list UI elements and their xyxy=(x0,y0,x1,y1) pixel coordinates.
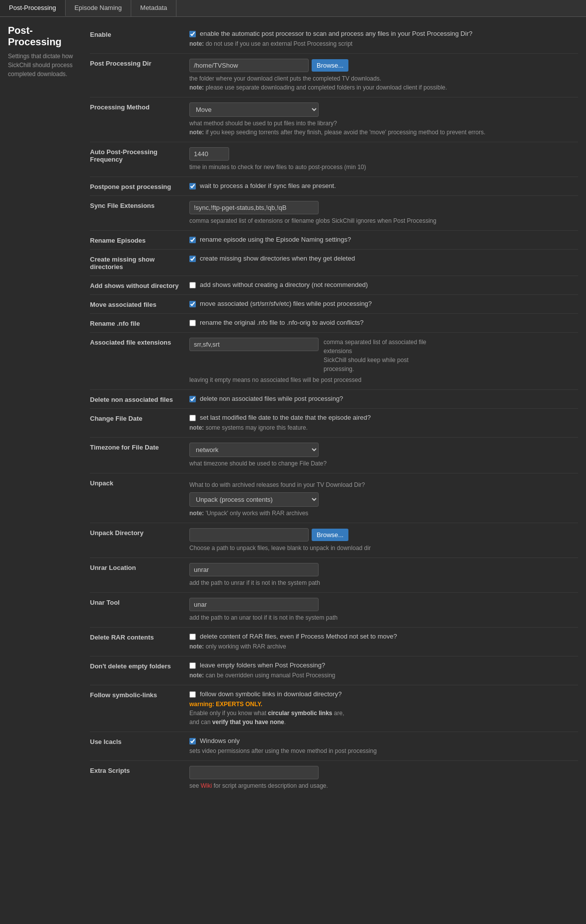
enable-note-text: do not use if you use an external Post P… xyxy=(206,40,353,47)
field-rename-episodes: rename episode using the Episode Naming … xyxy=(189,236,578,243)
checkbox-dont-delete-empty-row: leave empty folders when Post Processing… xyxy=(189,661,578,669)
row-change-file-date: Change File Date set last modified file … xyxy=(90,409,578,438)
change-file-date-checkbox[interactable] xyxy=(189,415,196,421)
processing-method-desc: what method should be used to put files … xyxy=(189,119,578,137)
checkbox-delete-non-assoc-row: delete non associated files while post p… xyxy=(189,395,578,402)
unar-tool-input[interactable] xyxy=(189,598,319,611)
field-timezone: network local utc what timezone should b… xyxy=(189,443,578,468)
field-assoc-ext: comma separated list of associated file … xyxy=(189,338,578,384)
unpack-dir-desc: Choose a path to unpack files, leave bla… xyxy=(189,544,578,553)
processing-method-select[interactable]: Move Copy Hard Link Symbolic Link xyxy=(189,102,319,117)
unpack-note-text: 'Unpack' only works with RAR archives xyxy=(206,510,309,517)
checkbox-rename-episodes-row: rename episode using the Episode Naming … xyxy=(189,236,578,243)
label-add-shows-no-dir: Add shows without directory xyxy=(90,281,189,289)
sync-ext-input[interactable] xyxy=(189,201,319,214)
dont-delete-empty-checkbox[interactable] xyxy=(189,662,196,669)
row-extra-scripts: Extra Scripts see Wiki for script argume… xyxy=(90,761,578,795)
label-delete-non-assoc: Delete non associated files xyxy=(90,395,189,403)
unrar-location-desc: add the path to unrar if it is not in th… xyxy=(189,578,578,587)
rename-nfo-checkbox[interactable] xyxy=(189,320,196,326)
rename-episodes-checkbox[interactable] xyxy=(189,237,196,243)
field-sync-ext: comma separated list of extensions or fi… xyxy=(189,201,578,225)
use-icacls-checkbox[interactable] xyxy=(189,738,196,744)
follow-symlinks-label: follow down symbolic links in download d… xyxy=(200,690,341,698)
create-missing-dirs-checkbox[interactable] xyxy=(189,256,196,262)
checkbox-delete-rar-row: delete content of RAR files, even if Pro… xyxy=(189,633,578,640)
checkbox-postpone-row: wait to process a folder if sync files a… xyxy=(189,182,578,189)
delete-rar-label: delete content of RAR files, even if Pro… xyxy=(200,633,397,640)
row-unpack-dir: Unpack Directory Browse... Choose a path… xyxy=(90,523,578,558)
label-post-processing-dir: Post Processing Dir xyxy=(90,59,189,67)
checkbox-add-shows-no-dir-row: add shows without creating a directory (… xyxy=(189,281,578,288)
tab-episode-naming[interactable]: Episode Naming xyxy=(66,0,131,16)
dont-delete-empty-note: note: can be overridden using manual Pos… xyxy=(189,671,578,680)
post-processing-dir-note: please use separate downloading and comp… xyxy=(206,84,447,91)
field-unar-tool: add the path to an unar tool if it is no… xyxy=(189,598,578,622)
unpack-dir-input[interactable] xyxy=(189,528,309,542)
delete-rar-note-text: only working with RAR archive xyxy=(206,643,286,650)
label-timezone: Timezone for File Date xyxy=(90,443,189,451)
timezone-select[interactable]: network local utc xyxy=(189,443,319,457)
label-processing-method: Processing Method xyxy=(90,102,189,111)
post-processing-dir-input[interactable] xyxy=(189,59,309,72)
postpone-checkbox[interactable] xyxy=(189,183,196,189)
dont-delete-empty-label: leave empty folders when Post Processing… xyxy=(200,661,325,669)
tab-post-processing[interactable]: Post-Processing xyxy=(0,0,66,16)
row-timezone: Timezone for File Date network local utc… xyxy=(90,438,578,473)
label-sync-ext: Sync File Extensions xyxy=(90,201,189,209)
assoc-ext-input[interactable] xyxy=(189,338,319,351)
label-enable: Enable xyxy=(90,30,189,38)
page-content: Post-Processing Settings that dictate ho… xyxy=(0,17,586,803)
field-change-file-date: set last modified file date to the date … xyxy=(189,414,578,432)
tab-bar: Post-Processing Episode Naming Metadata xyxy=(0,0,586,17)
sidebar-description: Settings that dictate how SickChill shou… xyxy=(8,52,82,79)
change-file-date-label: set last modified file date to the date … xyxy=(200,414,371,421)
main-content: Enable enable the automatic post process… xyxy=(90,25,578,795)
label-rename-nfo: Rename .nfo file xyxy=(90,319,189,327)
extra-scripts-desc2: for script arguments description and usa… xyxy=(212,782,328,789)
field-move-assoc: move associated (srt/srr/sfv/etc) files … xyxy=(189,300,578,307)
assoc-ext-right-desc1: comma separated list of associated file … xyxy=(324,339,426,355)
field-enable: enable the automatic post processor to s… xyxy=(189,30,578,48)
delete-non-assoc-checkbox[interactable] xyxy=(189,396,196,402)
postpone-label: wait to process a folder if sync files a… xyxy=(200,182,336,189)
follow-symlinks-checkbox[interactable] xyxy=(189,691,196,698)
move-assoc-checkbox[interactable] xyxy=(189,301,196,307)
field-auto-freq: time in minutes to check for new files t… xyxy=(189,147,578,172)
label-change-file-date: Change File Date xyxy=(90,414,189,422)
follow-symlinks-warn-circular: circular symbolic links xyxy=(268,710,332,717)
label-postpone: Postpone post processing xyxy=(90,182,189,190)
row-auto-freq: Auto Post-Processing Frequency time in m… xyxy=(90,142,578,177)
unpack-dir-browse[interactable]: Browse... xyxy=(312,529,348,541)
field-unpack-dir: Browse... Choose a path to unpack files,… xyxy=(189,528,578,553)
delete-non-assoc-label: delete non associated files while post p… xyxy=(200,395,343,402)
auto-freq-input[interactable] xyxy=(189,147,229,161)
checkbox-use-icacls-row: Windows only xyxy=(189,737,578,744)
checkbox-enable-row: enable the automatic post processor to s… xyxy=(189,30,578,37)
dont-delete-empty-note-text: can be overridden using manual Post Proc… xyxy=(206,672,335,679)
page-title: Post-Processing xyxy=(8,25,82,48)
label-auto-freq: Auto Post-Processing Frequency xyxy=(90,147,189,163)
rename-nfo-label: rename the original .nfo file to .nfo-or… xyxy=(200,319,364,326)
enable-label: enable the automatic post processor to s… xyxy=(200,30,472,37)
label-extra-scripts: Extra Scripts xyxy=(90,766,189,774)
add-shows-no-dir-checkbox[interactable] xyxy=(189,282,196,288)
extra-scripts-input[interactable] xyxy=(189,766,319,779)
processing-method-note-prefix: note: xyxy=(189,129,204,136)
field-rename-nfo: rename the original .nfo file to .nfo-or… xyxy=(189,319,578,326)
row-unrar-location: Unrar Location add the path to unrar if … xyxy=(90,558,578,593)
sync-ext-desc: comma separated list of extensions or fi… xyxy=(189,216,578,225)
delete-rar-checkbox[interactable] xyxy=(189,634,196,640)
unrar-location-input[interactable] xyxy=(189,563,319,576)
delete-rar-note-prefix: note: xyxy=(189,643,204,650)
unar-tool-desc: add the path to an unar tool if it is no… xyxy=(189,613,578,622)
post-processing-dir-browse[interactable]: Browse... xyxy=(312,59,348,72)
field-extra-scripts: see Wiki for script arguments descriptio… xyxy=(189,766,578,790)
extra-scripts-wiki-link[interactable]: Wiki xyxy=(201,782,212,789)
unpack-select[interactable]: Unpack (process contents) Disable Delete xyxy=(189,492,319,507)
add-shows-no-dir-label: add shows without creating a directory (… xyxy=(200,281,368,288)
row-unar-tool: Unar Tool add the path to an unar tool i… xyxy=(90,593,578,628)
tab-metadata[interactable]: Metadata xyxy=(131,0,176,16)
field-create-missing-dirs: create missing show directories when the… xyxy=(189,255,578,262)
enable-checkbox[interactable] xyxy=(189,31,196,37)
